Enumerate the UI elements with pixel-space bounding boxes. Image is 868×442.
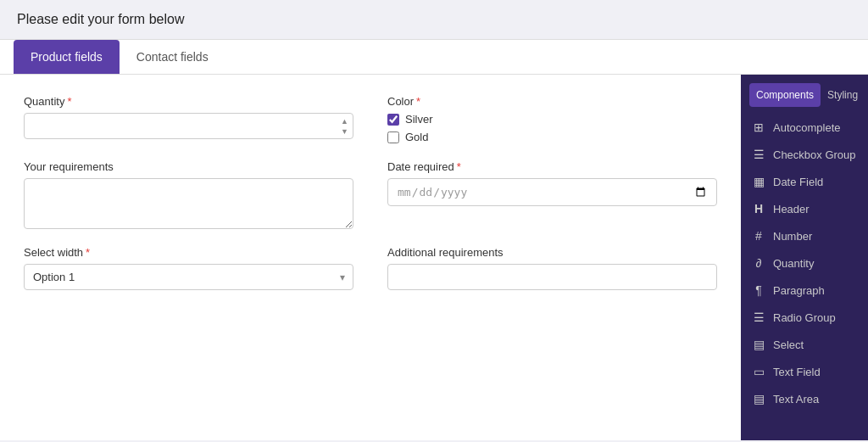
sidebar-item-label-quantity: Quantity <box>773 257 814 270</box>
paragraph-icon: ¶ <box>751 283 766 297</box>
number-down-arrow[interactable]: ▼ <box>339 126 350 136</box>
sidebar-item-label-select: Select <box>773 338 804 351</box>
sidebar-item-label-radio-group: Radio Group <box>773 311 836 324</box>
color-silver-item[interactable]: Silver <box>387 113 717 126</box>
sidebar-item-paragraph[interactable]: ¶ Paragraph <box>741 277 868 304</box>
sidebar-items-list: ⊞ Autocomplete ☰ Checkbox Group ▦ Date F… <box>741 107 868 419</box>
color-silver-checkbox[interactable] <box>387 114 399 126</box>
color-gold-label: Gold <box>405 131 428 143</box>
sidebar-item-autocomplete[interactable]: ⊞ Autocomplete <box>741 114 868 141</box>
sidebar-item-checkbox-group[interactable]: ☰ Checkbox Group <box>741 141 868 168</box>
color-gold-item[interactable]: Gold <box>387 131 717 143</box>
page-title: Please edit your form below <box>17 12 851 27</box>
sidebar-item-label-text-area: Text Area <box>773 393 819 406</box>
select-width-wrapper: Option 1 Option 2 Option 3 <box>24 264 353 290</box>
quantity-field-group: Quantity* ▲ ▼ <box>24 95 353 143</box>
color-label: Color* <box>387 95 717 108</box>
color-silver-label: Silver <box>405 113 433 126</box>
sidebar-item-text-area[interactable]: ▤ Text Area <box>741 385 868 412</box>
sidebar-tab-styling[interactable]: Styling <box>821 83 865 107</box>
form-area: Quantity* ▲ ▼ Color* <box>0 75 741 440</box>
sidebar-item-label-text-field: Text Field <box>773 366 821 378</box>
top-bar: Please edit your form below <box>0 0 868 40</box>
sidebar-item-select[interactable]: ▤ Select <box>741 331 868 358</box>
sidebar-tabs: Components Styling <box>741 75 868 107</box>
quantity-input[interactable] <box>24 113 353 139</box>
additional-requirements-label: Additional requirements <box>387 246 717 259</box>
date-field-group: Date required* <box>387 160 717 229</box>
date-field-icon: ▦ <box>751 175 766 188</box>
sidebar-item-label-autocomplete: Autocomplete <box>773 121 841 134</box>
text-field-icon: ▭ <box>751 365 766 378</box>
sidebar-item-quantity[interactable]: ∂ Quantity <box>741 249 868 277</box>
sidebar-item-label-checkbox-group: Checkbox Group <box>773 148 856 161</box>
sidebar-item-radio-group[interactable]: ☰ Radio Group <box>741 304 868 331</box>
checkbox-group-icon: ☰ <box>751 148 766 161</box>
header-icon: H <box>751 202 766 215</box>
sidebar-item-label-paragraph: Paragraph <box>773 284 825 297</box>
select-width-input[interactable]: Option 1 Option 2 Option 3 <box>24 264 353 290</box>
additional-requirements-input[interactable] <box>387 264 717 290</box>
sidebar-item-header[interactable]: H Header <box>741 195 868 222</box>
tabs-bar: Product fields Contact fields <box>0 40 868 75</box>
sidebar-item-number[interactable]: # Number <box>741 222 868 249</box>
color-checkbox-group: Silver Gold <box>387 113 717 143</box>
sidebar-item-label-date-field: Date Field <box>773 176 823 188</box>
sidebar-tab-components[interactable]: Components <box>749 83 821 107</box>
sidebar-item-date-field[interactable]: ▦ Date Field <box>741 168 868 195</box>
requirements-field-group: Your requirements <box>24 160 353 229</box>
number-icon: # <box>751 229 766 243</box>
quantity-icon: ∂ <box>751 256 766 270</box>
select-width-label: Select width* <box>24 246 353 259</box>
tab-product-fields[interactable]: Product fields <box>14 40 120 74</box>
select-icon: ▤ <box>751 338 766 351</box>
sidebar-item-text-field[interactable]: ▭ Text Field <box>741 358 868 385</box>
number-arrows: ▲ ▼ <box>339 116 350 136</box>
autocomplete-icon: ⊞ <box>751 120 766 134</box>
select-width-field-group: Select width* Option 1 Option 2 Option 3 <box>24 246 353 290</box>
sidebar: Components Styling ⊞ Autocomplete ☰ Chec… <box>741 75 868 440</box>
date-label: Date required* <box>387 160 717 173</box>
color-field-group: Color* Silver Gold <box>387 95 717 143</box>
date-input[interactable] <box>387 178 717 206</box>
requirements-input[interactable] <box>24 178 353 229</box>
requirements-label: Your requirements <box>24 160 353 173</box>
color-gold-checkbox[interactable] <box>387 131 399 143</box>
sidebar-item-label-number: Number <box>773 230 812 243</box>
radio-group-icon: ☰ <box>751 311 766 324</box>
number-up-arrow[interactable]: ▲ <box>339 116 350 126</box>
tab-contact-fields[interactable]: Contact fields <box>120 40 225 74</box>
additional-requirements-field-group: Additional requirements <box>387 246 717 290</box>
text-area-icon: ▤ <box>751 392 766 406</box>
sidebar-item-label-header: Header <box>773 203 810 215</box>
quantity-label: Quantity* <box>24 95 353 108</box>
